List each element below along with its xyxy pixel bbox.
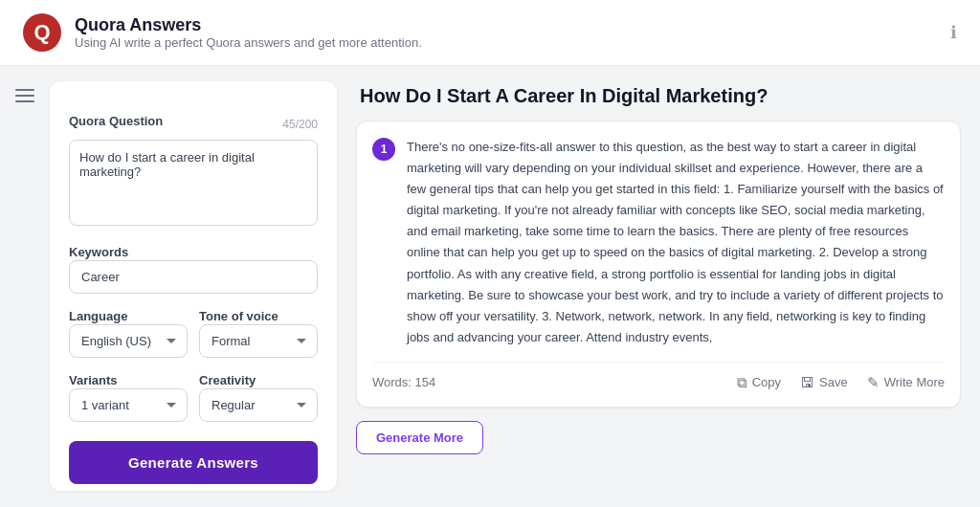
language-label: Language xyxy=(69,309,127,323)
tone-field: Tone of voice Formal Informal Profession… xyxy=(199,307,318,358)
variants-field: Variants 1 variant 2 variants 3 variants xyxy=(69,371,188,422)
left-panel: Quora Question 45/200 How do I start a c… xyxy=(50,81,337,491)
creativity-label: Creativity xyxy=(199,373,256,387)
app-title: Quora Answers xyxy=(75,15,422,35)
keywords-label: Keywords xyxy=(69,245,128,259)
creativity-field: Creativity Low Regular High xyxy=(199,371,318,422)
creativity-select[interactable]: Low Regular High xyxy=(199,388,318,422)
char-count: 45/200 xyxy=(282,118,318,131)
language-field: Language English (US) English (UK) Spani… xyxy=(69,307,188,358)
right-panel: How Do I Start A Career In Digital Marke… xyxy=(352,81,965,491)
answer-card: 1 There's no one-size-fits-all answer to… xyxy=(356,121,961,408)
question-field-group: Quora Question 45/200 How do I start a c… xyxy=(69,114,318,230)
question-label: Quora Question xyxy=(69,114,163,128)
keywords-input[interactable] xyxy=(69,260,318,294)
copy-button[interactable]: ⧉ Copy xyxy=(737,374,781,391)
app-subtitle: Using AI write a perfect Quora answers a… xyxy=(75,35,422,50)
app-header: Q Quora Answers Using AI write a perfect… xyxy=(0,0,980,66)
answer-number: 1 xyxy=(372,138,395,161)
tone-label: Tone of voice xyxy=(199,309,278,323)
word-count: Words: 154 xyxy=(372,375,435,389)
sidebar-toggle xyxy=(15,81,34,491)
hamburger-icon[interactable] xyxy=(15,89,34,102)
answer-text: There's no one-size-fits-all answer to t… xyxy=(407,137,945,348)
save-icon: 🖫 xyxy=(800,374,814,390)
language-tone-row: Language English (US) English (UK) Spani… xyxy=(69,307,318,358)
language-select[interactable]: English (US) English (UK) Spanish French xyxy=(69,324,188,358)
main-layout: Quora Question 45/200 How do I start a c… xyxy=(0,66,980,506)
variants-creativity-row: Variants 1 variant 2 variants 3 variants… xyxy=(69,371,318,422)
answer-actions: ⧉ Copy 🖫 Save ✎ Write More xyxy=(737,374,945,391)
tone-select[interactable]: Formal Informal Professional Casual xyxy=(199,324,318,358)
question-field-header: Quora Question 45/200 xyxy=(69,114,318,134)
answer-footer: Words: 154 ⧉ Copy 🖫 Save ✎ Write More xyxy=(372,362,945,391)
generate-more-button[interactable]: Generate More xyxy=(356,421,483,454)
keywords-field-group: Keywords xyxy=(69,243,318,294)
question-input[interactable]: How do I start a career in digital marke… xyxy=(69,140,318,226)
info-icon[interactable]: ℹ xyxy=(950,22,957,43)
app-logo: Q xyxy=(23,13,61,52)
variants-label: Variants xyxy=(69,373,118,387)
generate-answers-button[interactable]: Generate Answers xyxy=(69,441,318,484)
answer-card-content: 1 There's no one-size-fits-all answer to… xyxy=(372,137,945,348)
variants-select[interactable]: 1 variant 2 variants 3 variants xyxy=(69,388,188,422)
write-more-icon: ✎ xyxy=(867,374,880,391)
header-text-block: Quora Answers Using AI write a perfect Q… xyxy=(75,15,422,50)
answer-title: How Do I Start A Career In Digital Marke… xyxy=(356,85,961,107)
copy-icon: ⧉ xyxy=(737,374,747,391)
write-more-button[interactable]: ✎ Write More xyxy=(867,374,945,391)
save-button[interactable]: 🖫 Save xyxy=(800,374,848,391)
